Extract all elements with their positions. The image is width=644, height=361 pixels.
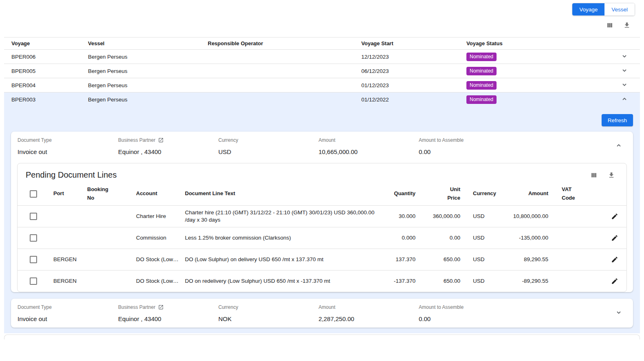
table-row[interactable]: BPER005 Bergen Perseus 06/12/2023 Nomina… — [4, 64, 640, 78]
chevron-down-icon[interactable] — [615, 309, 622, 317]
document-type-value: Invoice out — [18, 148, 118, 155]
expanded-voyage-panel: Refresh Document Type Invoice out Busine… — [4, 107, 640, 333]
document-card: Document Type Invoice out Business Partn… — [11, 132, 633, 292]
columns-icon[interactable] — [590, 172, 598, 179]
currency-label: Currency — [218, 137, 319, 143]
header-vessel: Vessel — [88, 40, 208, 46]
open-in-new-icon[interactable] — [158, 137, 164, 143]
row-checkbox[interactable] — [30, 256, 37, 263]
chevron-down-icon[interactable] — [621, 53, 628, 61]
document-line-row: Commission Less 1.25% broker commission … — [18, 227, 626, 249]
chevron-up-icon[interactable] — [621, 96, 628, 103]
header-responsible-operator: Responsible Operator — [208, 40, 361, 46]
header-unit-price: Unit Price — [415, 185, 460, 202]
table-toolbar — [0, 16, 644, 29]
line-text: DO on redelivery (Low Sulphur) USD 650 /… — [185, 277, 383, 285]
voyage-start-date: 01/12/2022 — [361, 97, 466, 103]
line-amount: 89,290.55 — [505, 256, 548, 263]
header-voyage: Voyage — [4, 40, 88, 46]
line-currency: USD — [460, 234, 505, 242]
header-quantity: Quantity — [383, 189, 415, 198]
document-card: Document Type Invoice out Business Partn… — [11, 299, 633, 328]
business-partner-value: Equinor , 43400 — [118, 315, 218, 322]
header-currency: Currency — [460, 189, 505, 198]
document-line-row: Charter Hire Charter hire (21:10 (GMT) 3… — [18, 205, 626, 227]
voyage-management-page: Voyage Vessel Voyage Vessel Responsible … — [0, 0, 644, 361]
voyage-table-header: Voyage Vessel Responsible Operator Voyag… — [4, 37, 640, 50]
row-checkbox[interactable] — [30, 234, 37, 242]
refresh-button[interactable]: Refresh — [602, 114, 633, 126]
document-card-header: Document Type Invoice out Business Partn… — [11, 132, 633, 161]
toggle-vessel-button[interactable]: Vessel — [604, 3, 635, 15]
line-currency: USD — [460, 277, 505, 285]
edit-pencil-icon[interactable] — [611, 234, 618, 242]
amount-to-assemble-label: Amount to Assemble — [419, 137, 519, 143]
edit-pencil-icon[interactable] — [611, 256, 618, 263]
amount-value: 10,665,000.00 — [319, 148, 419, 155]
edit-pencil-icon[interactable] — [611, 277, 618, 285]
download-icon[interactable] — [608, 172, 615, 179]
header-voyage-start: Voyage Start — [361, 40, 466, 46]
amount-to-assemble-label: Amount to Assemble — [419, 304, 519, 310]
line-quantity: 137.370 — [383, 256, 415, 263]
header-amount: Amount — [505, 189, 548, 198]
status-badge: Nominated — [466, 81, 497, 90]
line-account: DO Stock (Low… — [136, 256, 185, 263]
line-account: Charter Hire — [136, 213, 185, 220]
line-port: BERGEN — [53, 256, 87, 263]
download-icon[interactable] — [623, 22, 631, 29]
document-type-label: Document Type — [18, 304, 118, 310]
vessel-name: Bergen Perseus — [88, 68, 208, 74]
line-amount: 10,800,000.00 — [505, 213, 548, 220]
header-booking-no: Booking No — [87, 185, 136, 202]
status-badge: Nominated — [466, 95, 497, 104]
currency-value: USD — [218, 148, 319, 155]
pending-lines-title: Pending Document Lines — [26, 170, 116, 180]
toggle-voyage-button[interactable]: Voyage — [572, 3, 604, 15]
line-quantity: -137.370 — [383, 277, 415, 285]
line-quantity: 0.000 — [383, 234, 415, 242]
columns-icon[interactable] — [606, 22, 613, 29]
header-voyage-status: Voyage Status — [466, 40, 589, 46]
pending-lines-header: Port Booking No Account Document Line Te… — [18, 182, 626, 205]
amount-to-assemble-value: 0.00 — [419, 315, 519, 322]
header-account: Account — [136, 189, 185, 198]
amount-value: 2,287,250.00 — [319, 315, 419, 322]
voyage-table: Voyage Vessel Responsible Operator Voyag… — [4, 37, 640, 107]
line-unit-price: 650.00 — [415, 277, 460, 285]
chevron-down-icon[interactable] — [621, 81, 628, 89]
open-in-new-icon[interactable] — [158, 304, 164, 310]
next-section-card-edge — [4, 335, 640, 339]
line-text: Less 1.25% broker commission (Clarksons) — [185, 234, 383, 242]
chevron-down-icon[interactable] — [621, 67, 628, 75]
header-port: Port — [53, 189, 87, 198]
status-badge: Nominated — [466, 67, 497, 75]
voyage-code: BPER004 — [4, 82, 88, 88]
voyage-code: BPER005 — [4, 68, 88, 74]
edit-pencil-icon[interactable] — [611, 213, 618, 220]
voyage-code: BPER003 — [4, 97, 88, 103]
status-badge: Nominated — [466, 53, 497, 61]
chevron-up-icon[interactable] — [615, 142, 622, 150]
top-bar: Voyage Vessel — [0, 0, 644, 16]
table-row-expanded[interactable]: BPER003 Bergen Perseus 01/12/2022 Nomina… — [4, 92, 640, 107]
row-checkbox[interactable] — [30, 213, 37, 220]
line-amount: -89,290.55 — [505, 277, 548, 285]
currency-label: Currency — [218, 304, 319, 310]
document-card-header: Document Type Invoice out Business Partn… — [11, 299, 633, 328]
table-row[interactable]: BPER006 Bergen Perseus 12/12/2023 Nomina… — [4, 50, 640, 64]
line-quantity: 30.000 — [383, 213, 415, 220]
table-row[interactable]: BPER004 Bergen Perseus 01/12/2023 Nomina… — [4, 78, 640, 92]
line-currency: USD — [460, 213, 505, 220]
currency-value: NOK — [218, 315, 319, 322]
voyage-start-date: 01/12/2023 — [361, 82, 466, 88]
line-unit-price: 0.00 — [415, 234, 460, 242]
pending-document-lines-card: Pending Document Lines Port Booking No — [17, 163, 627, 292]
select-all-checkbox[interactable] — [30, 190, 37, 198]
row-checkbox[interactable] — [30, 277, 37, 285]
line-currency: USD — [460, 256, 505, 263]
line-text: Charter hire (21:10 (GMT) 31/12/22 - 21:… — [185, 209, 383, 224]
header-document-line-text: Document Line Text — [185, 189, 383, 198]
line-text: DO (Low Sulphur) on delivery USD 650 /mt… — [185, 256, 383, 263]
voyage-code: BPER006 — [4, 54, 88, 60]
